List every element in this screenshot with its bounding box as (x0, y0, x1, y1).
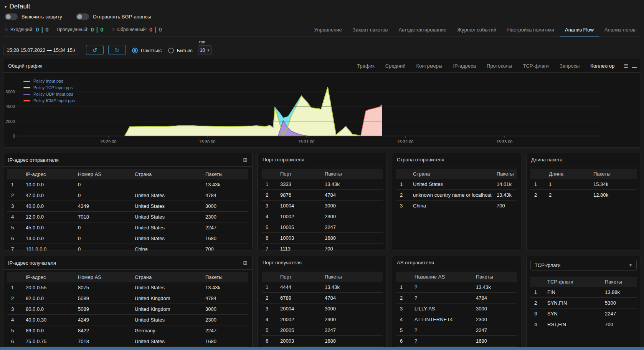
table-row[interactable]: 440.0.0.304249United States2300 (7, 315, 248, 325)
table-row[interactable]: 3LILLY-AS3000 (396, 304, 517, 314)
table-row[interactable]: 247.0.0.00United States4784 (7, 190, 248, 201)
table-row[interactable]: 412.0.0.07018United States2300 (7, 212, 248, 222)
nav-tab[interactable]: Захват пакетов (347, 25, 393, 36)
table-cell: 4784 (204, 190, 248, 201)
legend-item[interactable]: Policy TCP Input pps (23, 85, 75, 90)
table-row[interactable]: 589.0.0.08422Germany2247 (7, 325, 248, 336)
table-row[interactable]: 3SYN2247 (530, 309, 637, 319)
legend-item[interactable]: Policy ICMP Input pps (23, 98, 75, 103)
table-row[interactable]: 7101.0.0.00China700 (7, 244, 248, 251)
policy-selector[interactable]: ▾ Default (5, 3, 641, 10)
table-wrap: ПортПакеты1333313.43k2987647843100043000… (258, 166, 386, 251)
table-row[interactable]: 1115.34k (530, 179, 637, 190)
table-cell: 1 (7, 179, 24, 190)
table-row[interactable]: 4RST,FIN700 (530, 319, 637, 330)
expand-icon[interactable]: ⊞ (243, 157, 248, 163)
table-row[interactable]: 5?2247 (396, 325, 517, 336)
table-row[interactable]: 6200031680 (262, 336, 383, 347)
table-header-row: СтранаПакеты (396, 169, 517, 179)
table-cell: 10.0.0.0 (24, 179, 76, 190)
bits-per-sec-radio[interactable]: Биты/с (168, 48, 193, 53)
table-row[interactable]: 6100031680 (262, 233, 383, 244)
column-header (262, 169, 279, 179)
legend-swatch (23, 94, 30, 95)
chart-tab[interactable]: Запросы (554, 63, 585, 69)
nav-tab[interactable]: Анализ логов (599, 25, 641, 36)
chart-tab[interactable]: Коллектор (585, 63, 620, 69)
table-row[interactable]: 1?13.43k (396, 282, 517, 293)
chart-tab[interactable]: IP-адреса (447, 63, 481, 69)
legend-item[interactable]: Policy UDP Input pps (23, 92, 75, 96)
time-range-input[interactable] (3, 45, 78, 55)
table-cell: 6 (396, 336, 413, 347)
table-cell: 2 (396, 190, 411, 201)
nav-tab[interactable]: Анализ Flow (560, 25, 599, 36)
table-row[interactable]: 4ATT-INTERNET42300 (396, 314, 517, 325)
table-row[interactable]: 6?1680 (396, 336, 517, 347)
table-cell: 1 (396, 179, 411, 190)
table-row[interactable]: 380.0.0.05089United Kingdom3000 (7, 304, 248, 315)
table-cell: United States (133, 315, 204, 325)
column-header (396, 272, 413, 282)
chart-tab[interactable]: Средний (380, 63, 411, 69)
nav-tab[interactable]: Журнал событий (452, 25, 502, 36)
legend-swatch (23, 100, 30, 101)
table-cell: 10003 (279, 233, 323, 244)
tcp-flags-table: TCP-флагиПакеты1FIN13.88k2SYN,FIN53003SY… (530, 277, 637, 330)
table-row[interactable]: 1United States14.01k (396, 179, 517, 190)
table-row[interactable]: 110.0.0.0013.43k (7, 179, 248, 190)
collapse-icon[interactable] (632, 67, 637, 68)
table-row[interactable]: 282.0.0.05089United Kingdom4784 (7, 293, 248, 304)
nav-tab[interactable]: Управление (309, 25, 347, 36)
table-row[interactable]: 2unknown country name or localhost13.43k (396, 190, 517, 201)
chart-tab[interactable]: Трафик (352, 63, 380, 69)
protection-toggle[interactable] (5, 13, 18, 20)
nav-tab[interactable]: Автодетектирование (393, 25, 452, 36)
nav-tab[interactable]: Настройка политики (502, 25, 560, 36)
table-row[interactable]: 120.0.0.558075United States13.43k (7, 282, 248, 293)
refresh-back-button[interactable]: ↺ (86, 45, 104, 55)
table-row[interactable]: 1FIN13.88k (530, 287, 637, 298)
table-cell: SYN (546, 309, 603, 319)
table-row[interactable]: 1444413.43k (262, 282, 383, 293)
table-cell: 6 (262, 336, 279, 347)
top-n-select[interactable]: 10 ▼ (198, 45, 212, 55)
table-row[interactable]: 3100043000 (262, 201, 383, 211)
table-row[interactable]: 3200043000 (262, 304, 383, 314)
refresh-forward-button[interactable]: ↻ (108, 45, 126, 55)
table-view-icon[interactable]: ☰ (624, 63, 628, 69)
table-row[interactable]: 71113700 (262, 244, 383, 251)
legend-item[interactable]: Policy Input pps (23, 79, 75, 83)
table-row[interactable]: 613.0.0.00United States1680 (7, 233, 248, 244)
table-wrap: ПортПакеты1444413.43k2678947843200043000… (258, 269, 386, 350)
packets-per-sec-radio-label: Пакеты/с (141, 48, 162, 53)
table-row[interactable]: 1333313.43k (262, 179, 383, 190)
table-row[interactable]: 298764784 (262, 190, 383, 201)
table-row[interactable]: 4200022300 (262, 314, 383, 325)
table-row[interactable]: 2SYN,FIN5300 (530, 298, 637, 309)
table-cell: 0 (76, 179, 133, 190)
column-header: Длина (547, 169, 592, 179)
stats-and-tabs-strip: Входящий:0 | 0Пропущенный:0 | 0Сброшенны… (3, 25, 641, 36)
table-cell: 1113 (279, 244, 323, 251)
table-row[interactable]: 4100022300 (262, 211, 383, 222)
table-row[interactable]: 675.0.0.757018United States1680 (7, 336, 248, 347)
bottom-scrollbar[interactable] (0, 347, 644, 350)
chart-tab[interactable]: TCP-флаги (517, 63, 554, 69)
table-row[interactable]: 5200052247 (262, 325, 383, 336)
table-row[interactable]: 2?4784 (396, 293, 517, 304)
chart-tab[interactable]: Контрмеры (411, 63, 448, 69)
chart-tab[interactable]: Протоколы (481, 63, 517, 69)
bgp-announce-toggle[interactable] (76, 13, 89, 20)
expand-icon[interactable]: ⊞ (243, 260, 248, 266)
table-row[interactable]: 2212.80k (530, 190, 637, 201)
table-cell: United States (133, 282, 204, 293)
table-row[interactable]: 545.0.0.00United States2247 (7, 222, 248, 233)
table-row[interactable]: 340.0.0.04249United States3000 (7, 201, 248, 212)
table-row[interactable]: 3China700 (396, 201, 517, 211)
table-row[interactable]: 267894784 (262, 293, 383, 304)
table-row[interactable]: 5100052247 (262, 222, 383, 233)
table-cell: 1680 (323, 336, 383, 347)
packets-per-sec-radio[interactable]: Пакеты/с (132, 48, 162, 53)
tcp-flags-select[interactable]: TCP-флаги▼ (530, 260, 637, 270)
